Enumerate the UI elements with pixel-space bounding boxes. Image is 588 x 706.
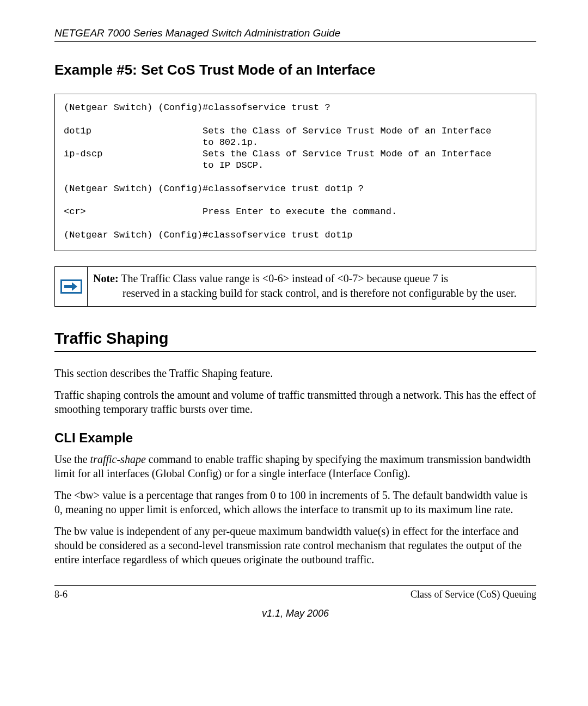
ts-paragraph-1: This section describes the Traffic Shapi… [54, 366, 536, 380]
traffic-shape-term: traffic-shape [90, 453, 146, 465]
note-box: Note: The Traffic Class value range is <… [54, 266, 536, 307]
traffic-shaping-heading: Traffic Shaping [54, 330, 536, 348]
arrow-right-icon [60, 279, 82, 294]
note-label: Note: [93, 272, 119, 284]
chapter-title: Class of Service (CoS) Queuing [411, 589, 536, 600]
cli-p1a: Use the [54, 453, 90, 465]
doc-version: v1.1, May 2006 [54, 608, 536, 619]
footer-rule [54, 585, 536, 586]
running-header: NETGEAR 7000 Series Managed Switch Admin… [54, 27, 536, 39]
example5-heading: Example #5: Set CoS Trust Mode of an Int… [54, 62, 536, 78]
note-text: Note: The Traffic Class value range is <… [88, 267, 522, 306]
cli-example-heading: CLI Example [54, 430, 536, 446]
page: NETGEAR 7000 Series Managed Switch Admin… [0, 0, 588, 641]
header-rule [54, 41, 536, 42]
cli-output-block: (Netgear Switch) (Config)#classofservice… [54, 94, 536, 251]
cli-paragraph-1: Use the traffic-shape command to enable … [54, 452, 536, 480]
note-line2: reserved in a stacking build for stack c… [93, 286, 517, 301]
note-icon-cell [55, 267, 88, 306]
page-footer: 8-6 Class of Service (CoS) Queuing v1.1,… [54, 585, 536, 619]
ts-paragraph-2: Traffic shaping controls the amount and … [54, 388, 536, 416]
cli-paragraph-3: The bw value is independent of any per-q… [54, 524, 536, 567]
heading-rule [54, 351, 536, 352]
page-number: 8-6 [54, 589, 68, 600]
cli-paragraph-2: The <bw> value is a percentage that rang… [54, 488, 536, 516]
note-line1: The Traffic Class value range is <0-6> i… [119, 272, 448, 284]
